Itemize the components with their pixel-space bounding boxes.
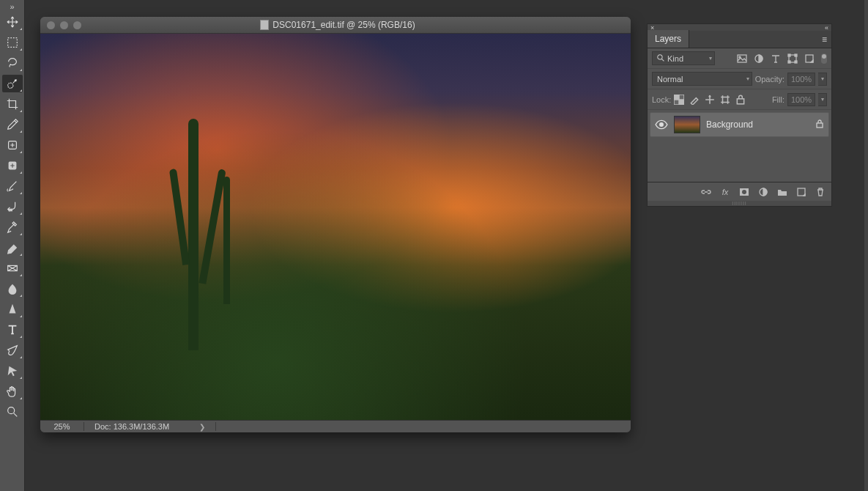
panel-resize-grip[interactable]: IIIIIII — [648, 201, 831, 206]
lock-position-icon[interactable] — [705, 95, 715, 105]
layer-fx-icon[interactable]: fx — [720, 187, 730, 197]
svg-rect-12 — [788, 54, 790, 56]
svg-point-25 — [742, 190, 746, 194]
filter-type-icon[interactable] — [771, 53, 781, 64]
svg-rect-0 — [7, 38, 17, 48]
layer-filter-select[interactable]: Kind — [652, 51, 715, 65]
fill-field[interactable]: 100% — [787, 93, 815, 106]
eraser-tool[interactable] — [2, 218, 23, 236]
right-dock-edge[interactable] — [864, 0, 868, 491]
layer-thumbnail[interactable] — [674, 116, 700, 133]
filter-smart-icon[interactable] — [804, 53, 815, 64]
new-layer-icon[interactable] — [796, 187, 806, 197]
hand-tool[interactable] — [2, 383, 23, 400]
collapse-icon[interactable]: « — [825, 24, 828, 32]
blend-mode-value: Normal — [657, 75, 683, 84]
delete-layer-icon[interactable] — [815, 187, 826, 197]
rectangle-tool[interactable] — [2, 362, 23, 380]
type-tool[interactable] — [2, 321, 23, 339]
window-title: DSC01671_edit.tif @ 25% (RGB/16) — [81, 20, 594, 30]
svg-point-22 — [660, 123, 664, 127]
layers-panel: × « Layers ≡ Kind Normal Opacity: 100% ▾… — [647, 23, 832, 207]
lock-all-icon[interactable] — [735, 95, 746, 105]
path-selection-tool[interactable] — [2, 342, 23, 359]
adjustment-layer-icon[interactable] — [758, 187, 768, 197]
canvas[interactable] — [40, 34, 631, 420]
status-bar: 25% Doc: 136.3M/136.3M ❯ — [40, 420, 631, 432]
document-info[interactable]: Doc: 136.3M/136.3M ❯ — [84, 422, 216, 431]
quick-selection-tool[interactable] — [2, 75, 23, 92]
opacity-field[interactable]: 100% — [787, 73, 815, 86]
minimize-window-button[interactable] — [60, 21, 68, 29]
svg-rect-17 — [674, 95, 679, 100]
opacity-label: Opacity: — [755, 75, 784, 84]
zoom-tool[interactable] — [2, 403, 23, 421]
svg-rect-19 — [679, 95, 684, 100]
window-controls[interactable] — [47, 21, 81, 29]
clone-stamp-tool[interactable] — [2, 177, 23, 195]
maximize-window-button[interactable] — [73, 21, 81, 29]
lock-pixels-icon[interactable] — [689, 95, 700, 105]
blend-opacity-row: Normal Opacity: 100% ▾ — [648, 69, 831, 89]
layer-item-background[interactable]: Background — [650, 112, 829, 137]
lock-transparency-icon[interactable] — [674, 95, 684, 105]
svg-rect-27 — [798, 188, 805, 196]
opacity-dropdown[interactable]: ▾ — [818, 73, 827, 86]
document-window: DSC01671_edit.tif @ 25% (RGB/16) 25% Doc… — [40, 17, 631, 432]
spot-healing-brush-tool[interactable] — [2, 136, 23, 154]
eyedropper-tool[interactable] — [2, 116, 23, 133]
layer-list: Background — [648, 110, 831, 182]
brush-tool[interactable] — [2, 157, 23, 174]
lasso-tool[interactable] — [2, 54, 23, 72]
add-mask-icon[interactable] — [739, 187, 749, 197]
svg-rect-4 — [8, 209, 12, 212]
svg-point-1 — [7, 83, 12, 88]
layer-filter-row: Kind — [648, 48, 831, 69]
filter-shape-icon[interactable] — [787, 53, 798, 64]
toolbar-expand-button[interactable]: » — [0, 1, 24, 12]
blend-mode-select[interactable]: Normal — [652, 72, 752, 86]
dodge-tool[interactable] — [2, 280, 23, 298]
filter-pixel-icon[interactable] — [737, 53, 747, 64]
svg-rect-21 — [738, 98, 744, 103]
filter-adjustment-icon[interactable] — [754, 53, 764, 64]
svg-rect-20 — [674, 100, 679, 105]
rectangular-marquee-tool[interactable] — [2, 34, 23, 51]
svg-rect-15 — [795, 61, 797, 63]
panel-tabs: Layers ≡ — [648, 31, 831, 48]
lock-fill-row: Lock: Fill: 100% ▾ — [648, 89, 831, 110]
group-icon[interactable] — [777, 187, 787, 197]
filter-toggle[interactable] — [821, 53, 827, 64]
gradient-tool[interactable] — [2, 239, 23, 256]
layer-name[interactable]: Background — [706, 119, 753, 130]
layers-footer: fx — [648, 182, 831, 201]
pen-tool[interactable] — [2, 300, 23, 318]
close-window-button[interactable] — [47, 21, 55, 29]
link-layers-icon[interactable] — [701, 187, 711, 197]
lock-icon[interactable] — [815, 119, 824, 130]
lock-artboard-icon[interactable] — [720, 95, 730, 105]
move-tool[interactable] — [2, 13, 23, 31]
document-image — [40, 34, 631, 420]
lock-label: Lock: — [652, 95, 671, 104]
file-icon — [260, 20, 269, 30]
svg-rect-8 — [738, 55, 746, 62]
svg-rect-18 — [679, 100, 684, 105]
layer-filter-label: Kind — [667, 54, 683, 63]
window-titlebar[interactable]: DSC01671_edit.tif @ 25% (RGB/16) — [40, 17, 631, 34]
crop-tool[interactable] — [2, 95, 23, 113]
history-brush-tool[interactable] — [2, 198, 23, 215]
blur-tool[interactable] — [2, 259, 23, 277]
svg-point-7 — [658, 55, 662, 59]
fill-dropdown[interactable]: ▾ — [818, 93, 827, 106]
panel-menu-icon[interactable]: ≡ — [817, 32, 831, 48]
zoom-level[interactable]: 25% — [40, 422, 84, 431]
fill-label: Fill: — [772, 95, 784, 104]
svg-rect-14 — [788, 61, 790, 63]
svg-rect-23 — [817, 123, 823, 128]
svg-point-6 — [7, 407, 14, 414]
tab-layers[interactable]: Layers — [648, 30, 689, 48]
visibility-toggle-icon[interactable] — [655, 118, 668, 131]
tools-toolbar: » — [0, 0, 25, 491]
window-title-text: DSC01671_edit.tif @ 25% (RGB/16) — [272, 20, 415, 30]
